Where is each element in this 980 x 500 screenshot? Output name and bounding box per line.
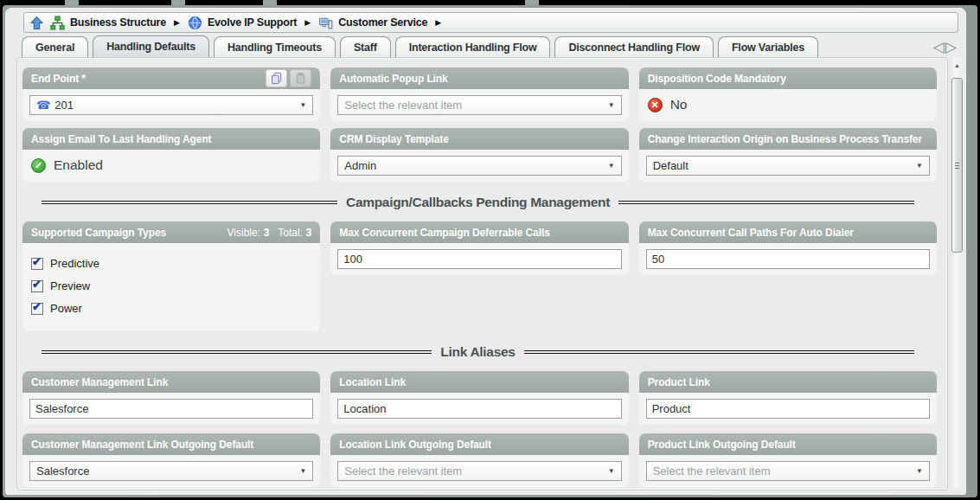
breadcrumb-label: Business Structure bbox=[70, 16, 166, 29]
checkbox[interactable]: ✔ bbox=[31, 280, 43, 292]
app-window: Business Structure ▶ Evolve IP Support ▶… bbox=[5, 8, 966, 495]
selected-value: Admin bbox=[344, 159, 376, 172]
breadcrumb-item-business-structure[interactable]: Business Structure bbox=[50, 16, 166, 30]
customer-management-link-outgoing-dropdown[interactable]: Salesforce ▼ bbox=[29, 461, 313, 481]
field-label: Change Interaction Origin on Business Pr… bbox=[648, 133, 922, 145]
field-label: Location Link Outgoing Default bbox=[339, 439, 491, 451]
field-customer-management-link: Customer Management Link bbox=[22, 371, 320, 425]
tab-handling-timeouts[interactable]: Handling Timeouts bbox=[214, 36, 336, 57]
tab-staff[interactable]: Staff bbox=[340, 36, 391, 57]
paste-button[interactable] bbox=[290, 69, 311, 87]
chevron-down-icon: ▼ bbox=[299, 467, 306, 475]
campaign-type-option-predictive[interactable]: ✔ Predictive bbox=[31, 257, 311, 270]
vertical-scrollbar[interactable]: ▲ bbox=[950, 57, 964, 489]
change-interaction-origin-dropdown[interactable]: Default ▼ bbox=[646, 156, 930, 176]
scroll-up-button[interactable]: ▲ bbox=[951, 59, 964, 71]
tab-interaction-handling-flow[interactable]: Interaction Handling Flow bbox=[395, 36, 551, 57]
field-crm-display-template: CRM Display Template Admin ▼ bbox=[330, 128, 628, 182]
checkbox-label: Power bbox=[50, 302, 82, 315]
tab-general[interactable]: General bbox=[22, 36, 88, 57]
field-label: Customer Management Link Outgoing Defaul… bbox=[31, 439, 253, 451]
section-divider-campaign: Campaign/Callbacks Pending Management bbox=[42, 194, 914, 210]
breadcrumb-item-evolve-ip-support[interactable]: Evolve IP Support bbox=[188, 16, 297, 30]
check-icon: ✔ bbox=[32, 300, 42, 313]
product-link-outgoing-dropdown[interactable]: Select the relevant item ▼ bbox=[646, 461, 930, 481]
selected-value: Default bbox=[653, 159, 689, 172]
scrollbar-grip bbox=[955, 163, 959, 169]
max-deferrable-calls-input[interactable] bbox=[337, 249, 621, 269]
field-end-point: End Point * ☎ 201 bbox=[22, 67, 320, 121]
field-disposition-code-mandatory: Disposition Code Mandatory ✕ No bbox=[639, 67, 937, 121]
field-label: Max Concurrent Campaign Deferrable Calls bbox=[339, 227, 549, 239]
max-call-paths-input[interactable] bbox=[646, 249, 930, 269]
field-label: Disposition Code Mandatory bbox=[648, 73, 786, 85]
field-label: CRM Display Template bbox=[339, 133, 448, 145]
field-label: Location Link bbox=[339, 376, 406, 388]
list-counts: Visible: 3 Total: 3 bbox=[227, 227, 312, 239]
field-label: Product Link Outgoing Default bbox=[648, 439, 796, 451]
checkbox[interactable]: ✔ bbox=[31, 303, 43, 315]
no-status-icon: ✕ bbox=[648, 98, 663, 112]
home-icon[interactable] bbox=[29, 16, 44, 30]
tab-scroll-right-icon[interactable]: ▷ bbox=[945, 40, 957, 54]
phone-icon: ☎ bbox=[36, 99, 50, 111]
section-title: Link Aliases bbox=[432, 344, 523, 360]
status-value: No bbox=[670, 97, 688, 112]
tab-scroll-left-icon[interactable]: ◁ bbox=[933, 40, 945, 54]
tab-label: Handling Defaults bbox=[106, 41, 195, 53]
section-title: Campaign/Callbacks Pending Management bbox=[337, 195, 618, 210]
status-value: Enabled bbox=[54, 157, 103, 173]
tab-label: General bbox=[35, 42, 74, 54]
field-supported-campaign-types: Supported Campaign Types Visible: 3 Tota… bbox=[22, 221, 320, 331]
field-customer-management-link-outgoing: Customer Management Link Outgoing Defaul… bbox=[22, 433, 320, 487]
placeholder-text: Select the relevant item bbox=[653, 465, 771, 478]
divider-line bbox=[618, 201, 914, 204]
field-location-link: Location Link bbox=[330, 371, 628, 425]
globe-icon bbox=[188, 16, 202, 30]
chevron-down-icon: ▼ bbox=[608, 467, 615, 475]
campaign-type-option-preview[interactable]: ✔ Preview bbox=[31, 279, 311, 292]
tab-handling-defaults[interactable]: Handling Defaults bbox=[93, 35, 209, 57]
field-max-call-paths: Max Concurrent Call Paths For Auto Diale… bbox=[639, 221, 937, 275]
crm-display-template-dropdown[interactable]: Admin ▼ bbox=[337, 156, 621, 176]
location-link-input[interactable] bbox=[337, 399, 621, 419]
field-label: Max Concurrent Call Paths For Auto Diale… bbox=[648, 227, 854, 239]
tab-label: Interaction Handling Flow bbox=[409, 42, 537, 54]
tab-label: Flow Variables bbox=[732, 42, 804, 54]
tab-bar: General Handling Defaults Handling Timeo… bbox=[6, 35, 965, 57]
breadcrumb-label: Evolve IP Support bbox=[208, 16, 297, 29]
placeholder-text: Select the relevant item bbox=[344, 99, 462, 112]
chevron-right-icon: ▶ bbox=[433, 18, 443, 27]
field-product-link: Product Link bbox=[639, 371, 937, 425]
scrollbar-thumb[interactable] bbox=[951, 78, 963, 253]
tab-label: Staff bbox=[354, 42, 377, 54]
checkbox-label: Preview bbox=[50, 279, 90, 292]
paste-icon bbox=[294, 72, 307, 85]
location-link-outgoing-dropdown[interactable]: Select the relevant item ▼ bbox=[337, 461, 621, 481]
check-icon: ✔ bbox=[32, 278, 42, 291]
field-automatic-popup-link: Automatic Popup Link Select the relevant… bbox=[330, 67, 628, 121]
breadcrumb: Business Structure ▶ Evolve IP Support ▶… bbox=[23, 12, 958, 33]
chevron-down-icon: ▼ bbox=[608, 101, 615, 109]
customer-management-link-input[interactable] bbox=[29, 399, 313, 419]
org-tree-icon bbox=[50, 16, 65, 30]
tab-disconnect-handling-flow[interactable]: Disconnect Handling Flow bbox=[554, 36, 713, 57]
field-product-link-outgoing: Product Link Outgoing Default Select the… bbox=[639, 433, 937, 487]
chevron-right-icon: ▶ bbox=[303, 18, 312, 27]
field-location-link-outgoing: Location Link Outgoing Default Select th… bbox=[330, 433, 628, 487]
chevron-down-icon: ▼ bbox=[916, 162, 923, 170]
campaign-type-option-power[interactable]: ✔ Power bbox=[31, 302, 311, 315]
field-label: Customer Management Link bbox=[31, 376, 168, 388]
product-link-input[interactable] bbox=[646, 399, 930, 419]
checkbox[interactable]: ✔ bbox=[31, 258, 43, 270]
workstation-icon bbox=[318, 16, 333, 30]
automatic-popup-link-dropdown[interactable]: Select the relevant item ▼ bbox=[337, 95, 621, 115]
field-label: Assign Email To Last Handling Agent bbox=[31, 133, 212, 145]
end-point-dropdown[interactable]: ☎ 201 ▼ bbox=[29, 95, 313, 115]
chevron-down-icon: ▼ bbox=[916, 467, 923, 475]
copy-icon bbox=[270, 72, 283, 85]
tab-flow-variables[interactable]: Flow Variables bbox=[718, 36, 818, 57]
divider-line bbox=[42, 201, 337, 204]
breadcrumb-item-customer-service[interactable]: Customer Service bbox=[318, 16, 427, 30]
copy-button[interactable] bbox=[266, 69, 287, 87]
